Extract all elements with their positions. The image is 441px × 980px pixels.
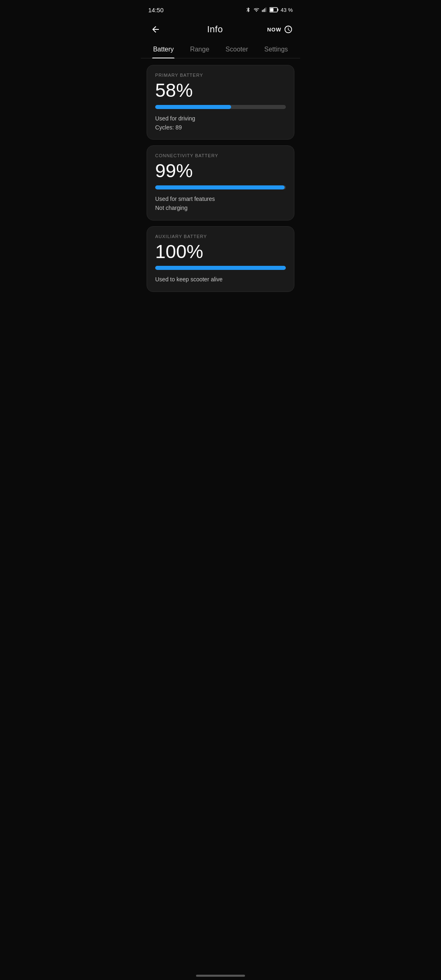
signal-icon bbox=[262, 7, 267, 13]
wifi-icon bbox=[253, 7, 260, 13]
primary-battery-card: PRIMARY BATTERY 58% Used for driving Cyc… bbox=[147, 65, 294, 140]
primary-battery-fill bbox=[155, 105, 231, 109]
tab-battery[interactable]: Battery bbox=[147, 42, 180, 58]
svg-rect-2 bbox=[265, 9, 265, 12]
clock-icon bbox=[284, 25, 293, 34]
back-button[interactable] bbox=[148, 22, 163, 37]
app-header: Info NOW bbox=[141, 18, 300, 42]
primary-battery-bar bbox=[155, 105, 286, 109]
back-icon bbox=[151, 24, 160, 34]
primary-battery-label: PRIMARY BATTERY bbox=[155, 73, 286, 78]
status-icons: 43 % bbox=[245, 7, 293, 13]
svg-rect-0 bbox=[262, 10, 263, 12]
primary-battery-description: Used for driving Cycles: 89 bbox=[155, 114, 286, 132]
svg-rect-5 bbox=[278, 9, 278, 11]
auxiliary-battery-bar bbox=[155, 266, 286, 270]
tab-bar: Battery Range Scooter Settings bbox=[141, 42, 300, 58]
status-bar: 14:50 43 % bbox=[141, 0, 300, 18]
connectivity-battery-description: Used for smart features Not charging bbox=[155, 194, 286, 213]
bluetooth-icon bbox=[245, 7, 251, 13]
connectivity-battery-label: CONNECTIVITY BATTERY bbox=[155, 153, 286, 158]
svg-rect-6 bbox=[270, 8, 274, 11]
tab-settings[interactable]: Settings bbox=[258, 42, 294, 58]
now-button[interactable]: NOW bbox=[267, 25, 293, 34]
connectivity-battery-percentage: 99% bbox=[155, 160, 286, 181]
tab-scooter[interactable]: Scooter bbox=[220, 42, 254, 58]
auxiliary-battery-card: AUXILIARY BATTERY 100% Used to keep scoo… bbox=[147, 226, 294, 292]
status-time: 14:50 bbox=[148, 7, 164, 13]
tab-range[interactable]: Range bbox=[184, 42, 215, 58]
connectivity-battery-fill bbox=[155, 185, 285, 189]
connectivity-battery-bar bbox=[155, 185, 286, 189]
svg-rect-3 bbox=[266, 7, 267, 12]
now-label: NOW bbox=[267, 27, 281, 33]
auxiliary-battery-label: AUXILIARY BATTERY bbox=[155, 234, 286, 239]
svg-rect-1 bbox=[263, 9, 264, 12]
battery-percentage-status: 43 % bbox=[281, 7, 293, 13]
auxiliary-battery-fill bbox=[155, 266, 286, 270]
auxiliary-battery-percentage: 100% bbox=[155, 241, 286, 262]
battery-content: PRIMARY BATTERY 58% Used for driving Cyc… bbox=[141, 58, 300, 298]
device-battery-icon bbox=[270, 7, 278, 13]
page-title: Info bbox=[207, 24, 223, 35]
connectivity-battery-card: CONNECTIVITY BATTERY 99% Used for smart … bbox=[147, 145, 294, 220]
primary-battery-percentage: 58% bbox=[155, 80, 286, 101]
auxiliary-battery-description: Used to keep scooter alive bbox=[155, 275, 286, 284]
